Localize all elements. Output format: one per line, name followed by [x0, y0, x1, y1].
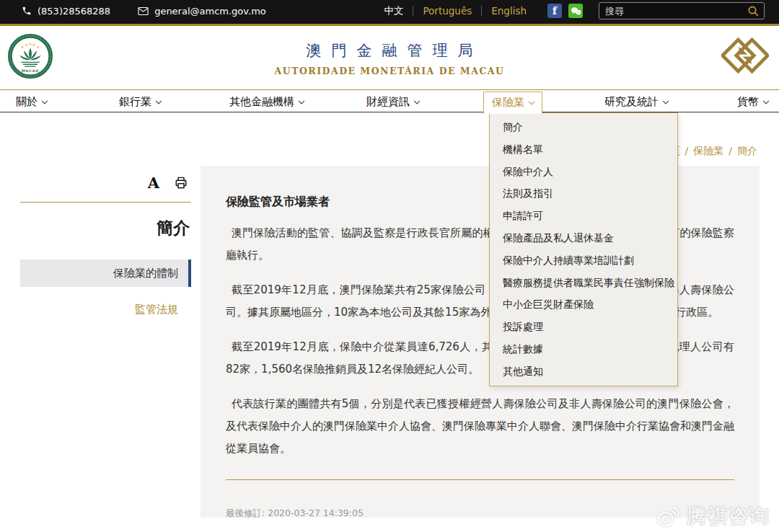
dropdown-item-products-pension-funds[interactable]: 保險產品及私人退休基金	[490, 227, 677, 249]
nav-item-financial-info[interactable]: 財經資訊	[366, 90, 419, 113]
svg-text:★: ★	[37, 45, 40, 49]
lang-pt[interactable]: Português	[413, 5, 481, 17]
last-modified-timestamp: 最後修訂: 2020-03-27 14:39:05	[226, 507, 734, 520]
macau-government-emblem[interactable]: ★★★ ★★ MACAU	[7, 33, 53, 79]
nav-item-insurance[interactable]: 保險業	[483, 92, 542, 114]
content-paragraph: 代表該行業的團體共有5個，分別是代表已獲授權經營人壽保險公司及非人壽保險公司的澳…	[226, 393, 734, 460]
nav-item-research-statistics[interactable]: 研究及統計	[604, 90, 668, 113]
print-icon[interactable]	[174, 176, 188, 190]
sidebar-section-title: 簡介	[20, 217, 191, 239]
svg-text:★: ★	[29, 42, 32, 46]
site-title-block: 澳門金融管理局 AUTORIDADE MONETÁRIA DE MACAU	[275, 40, 505, 76]
svg-text:★: ★	[25, 43, 29, 47]
search-box	[599, 2, 765, 19]
dropdown-item-licensing[interactable]: 申請許可	[490, 205, 677, 227]
phone-icon	[22, 6, 32, 16]
top-utility-bar: (853)28568288 general@amcm.gov.mo 中文 Por…	[0, 0, 779, 26]
site-title-chinese: 澳門金融管理局	[275, 40, 515, 61]
amcm-logo	[721, 35, 769, 76]
topbar-right-group: 中文 Português English f	[374, 2, 765, 19]
facebook-icon[interactable]: f	[547, 4, 562, 18]
phone-contact: (853)28568288	[22, 6, 110, 17]
sidebar-item-regulations[interactable]: 監管法規	[20, 303, 191, 316]
sidebar-item-insurance-system[interactable]: 保險業的體制	[20, 260, 191, 287]
svg-text:★: ★	[32, 43, 36, 47]
dropdown-item-other-notices[interactable]: 其他通知	[490, 360, 677, 383]
font-size-button[interactable]: A	[148, 175, 159, 190]
search-input[interactable]	[599, 6, 747, 17]
dropdown-item-complaints[interactable]: 投訴處理	[490, 316, 677, 338]
insurance-dropdown-menu: 簡介 機構名單 保險中介人 法則及指引 申請許可 保險產品及私人退休基金 保險中…	[489, 112, 678, 386]
chevron-down-icon	[414, 98, 420, 104]
wechat-icon[interactable]	[568, 4, 583, 18]
breadcrumb-separator: /	[680, 145, 694, 156]
envelope-icon	[138, 6, 149, 16]
nav-item-currency[interactable]: 貨幣	[737, 90, 768, 113]
dropdown-item-medical-liability-insurance[interactable]: 醫療服務提供者職業民事責任強制保險	[490, 272, 677, 294]
sidebar-divider	[20, 202, 191, 203]
chevron-down-icon	[529, 99, 534, 105]
email-address[interactable]: general@amcm.gov.mo	[154, 6, 266, 17]
chevron-down-icon	[663, 98, 669, 104]
site-title-portuguese: AUTORIDADE MONETÁRIA DE MACAU	[275, 66, 505, 76]
chevron-down-icon	[156, 98, 162, 104]
left-sidebar: A 簡介 保險業的體制 監管法規	[20, 173, 191, 316]
breadcrumb-current: 簡介	[737, 145, 757, 156]
main-nav: 關於 銀行業 其他金融機構 財經資訊 保險業 研究及統計 貨幣	[0, 89, 779, 112]
search-button[interactable]	[747, 5, 764, 17]
emblem-caption: MACAU	[22, 69, 39, 73]
site-header: ★★★ ★★ MACAU 澳門金融管理局 AUTORIDADE MONETÁRI…	[0, 26, 779, 89]
phone-number: (853)28568288	[38, 6, 110, 17]
lang-zh[interactable]: 中文	[374, 4, 413, 17]
email-contact[interactable]: general@amcm.gov.mo	[138, 6, 266, 17]
search-icon	[747, 5, 760, 17]
chevron-down-icon	[299, 98, 304, 104]
dropdown-item-intro[interactable]: 簡介	[490, 116, 677, 138]
dropdown-item-rules-guidelines[interactable]: 法則及指引	[490, 182, 677, 205]
dropdown-item-statistics[interactable]: 統計數據	[490, 338, 677, 360]
dropdown-item-institutions-list[interactable]: 機構名單	[490, 138, 677, 161]
dropdown-item-cpd-programme[interactable]: 保險中介人持續專業培訓計劃	[490, 249, 677, 272]
nav-item-about[interactable]: 關於	[16, 90, 47, 113]
lang-en[interactable]: English	[482, 5, 536, 17]
breadcrumb-separator: /	[723, 145, 737, 156]
chevron-down-icon	[763, 98, 769, 104]
nav-item-banking[interactable]: 銀行業	[119, 90, 161, 113]
svg-text:★: ★	[21, 45, 25, 49]
content-divider	[226, 479, 734, 480]
nav-item-other-financial-institutions[interactable]: 其他金融機構	[229, 90, 304, 113]
page-tools: A	[20, 173, 191, 192]
breadcrumb-insurance[interactable]: 保險業	[693, 145, 723, 156]
dropdown-item-insurance-intermediaries[interactable]: 保險中介人	[490, 161, 677, 183]
chevron-down-icon	[42, 98, 48, 104]
dropdown-item-sme-catastrophe-insurance[interactable]: 中小企巨災財產保險	[490, 293, 677, 316]
